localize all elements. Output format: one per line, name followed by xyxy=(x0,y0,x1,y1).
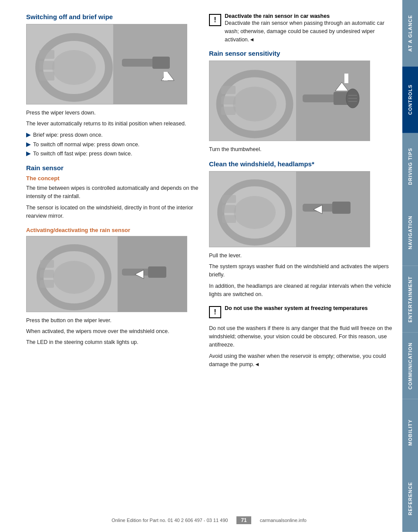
para-concept-1: The time between wipes is controlled aut… xyxy=(26,184,200,201)
image-rain-sensor-button xyxy=(26,236,187,312)
warning-freezing: ! Do not use the washer system at freezi… xyxy=(209,305,394,318)
sidebar-item-driving-tips[interactable]: Driving tips xyxy=(402,133,418,200)
svg-rect-38 xyxy=(344,74,348,83)
svg-rect-45 xyxy=(222,205,236,213)
para-lever-returns: The lever automatically returns to its i… xyxy=(26,120,200,128)
svg-rect-29 xyxy=(221,96,236,104)
svg-rect-28 xyxy=(221,86,236,94)
svg-point-27 xyxy=(233,87,276,121)
sidebar-item-entertainment[interactable]: Entertainment xyxy=(402,266,418,333)
page-number: 71 xyxy=(236,516,251,524)
svg-rect-44 xyxy=(222,195,236,203)
bullet-brief-wipe: ▶ Brief wipe: press down once. xyxy=(26,131,200,139)
para-spray-washer: The system sprays washer fluid on the wi… xyxy=(209,263,394,279)
para-press-button: Press the button on the wiper lever. xyxy=(26,317,200,325)
footer-brand: carmanualsonline.info xyxy=(260,518,307,523)
bullet-switch-normal: ▶ To switch off normal wipe: press down … xyxy=(26,141,200,149)
sidebar-item-navigation[interactable]: Navigation xyxy=(402,199,418,266)
svg-rect-6 xyxy=(39,61,54,70)
warning-icon-2: ! xyxy=(209,306,221,318)
svg-rect-11 xyxy=(164,72,168,81)
svg-rect-5 xyxy=(39,50,54,59)
svg-rect-7 xyxy=(39,72,54,81)
para-concept-2: The sensor is located on the windshield,… xyxy=(26,204,200,221)
para-turn-thumbwheel: Turn the thumbwheel. xyxy=(209,145,394,154)
para-led-lights: The LED in the steering column stalk lig… xyxy=(26,338,200,347)
warning-reservoir-text: Avoid using the washer when the reservoi… xyxy=(209,352,394,369)
sidebar-item-controls[interactable]: Controls xyxy=(402,67,418,133)
svg-rect-19 xyxy=(40,280,54,288)
footer-text: Online Edition for Part no. 01 40 2 606 … xyxy=(111,518,228,523)
bullet-arrow-2: ▶ xyxy=(26,141,30,149)
section-title-clean-windshield: Clean the windshield, headlamps* xyxy=(209,160,394,168)
sidebar-item-communication[interactable]: Communication xyxy=(402,333,418,399)
bullet-switch-fast: ▶ To switch off fast wipe: press down tw… xyxy=(26,150,200,158)
para-press-wiper: Press the wiper levers down. xyxy=(26,109,200,117)
section-subtitle-concept: The concept xyxy=(26,175,200,182)
warning-title-1: Deactivate the rain sensor in car washes xyxy=(225,13,394,19)
warning-icon-1: ! xyxy=(209,14,221,26)
svg-rect-48 xyxy=(332,202,351,214)
svg-rect-18 xyxy=(40,270,54,278)
section-title-switching-off: Switching off and brief wipe xyxy=(26,13,200,20)
svg-rect-46 xyxy=(222,215,236,223)
bullet-arrow-1: ▶ xyxy=(26,131,30,139)
sidebar: At a glance Controls Driving tips Naviga… xyxy=(402,0,418,532)
svg-rect-21 xyxy=(148,266,166,278)
warning-freeze-text: Do not use the washers if there is any d… xyxy=(209,324,394,350)
section-subtitle-activating: Activating/deactivating the rain sensor xyxy=(26,227,200,233)
sidebar-item-at-a-glance[interactable]: At a glance xyxy=(402,0,418,67)
page-footer: Online Edition for Part no. 01 40 2 606 … xyxy=(0,516,418,524)
section-title-sensitivity: Rain sensor sensitivity xyxy=(209,50,394,57)
image-wiper-lever xyxy=(26,24,187,104)
sidebar-item-mobility[interactable]: Mobility xyxy=(402,399,418,466)
para-wipers-move: When activated, the wipers move over the… xyxy=(26,327,200,336)
para-headlamps-cleaned: In addition, the headlamps are cleaned a… xyxy=(209,282,394,299)
warning-title-2: Do not use the washer system at freezing… xyxy=(225,305,368,311)
section-title-rain-sensor: Rain sensor xyxy=(26,164,200,172)
image-thumbwheel xyxy=(209,61,370,141)
svg-point-16 xyxy=(53,261,95,294)
svg-rect-30 xyxy=(221,107,236,115)
warning-text-1: Deactivate the rain sensor when passing … xyxy=(225,19,394,44)
svg-rect-8 xyxy=(122,59,157,67)
image-pull-lever xyxy=(209,171,370,247)
bullet-arrow-3: ▶ xyxy=(26,150,30,158)
svg-point-43 xyxy=(234,196,276,229)
svg-rect-17 xyxy=(40,260,54,268)
para-pull-lever: Pull the lever. xyxy=(209,252,394,260)
svg-rect-31 xyxy=(303,94,337,102)
warning-rain-sensor-car-wash: ! Deactivate the rain sensor in car wash… xyxy=(209,13,394,44)
svg-point-4 xyxy=(52,50,96,85)
svg-rect-9 xyxy=(152,57,170,69)
